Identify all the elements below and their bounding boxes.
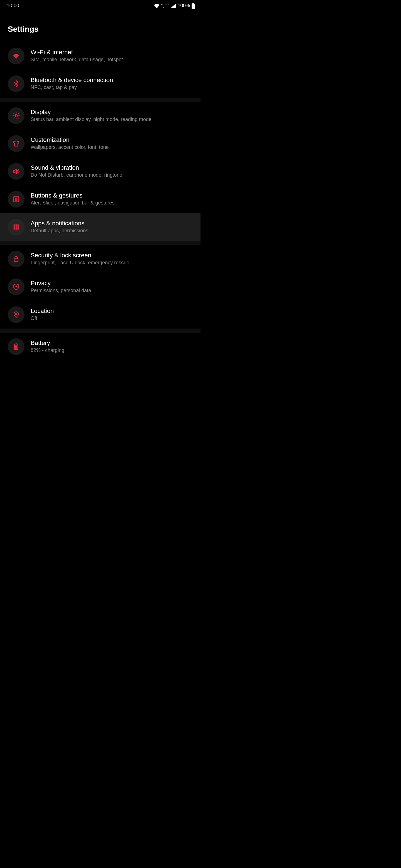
svg-rect-1 [193,3,194,4]
settings-item-subtitle: Wallpapers, accent color, font, tone [31,144,109,151]
settings-item-subtitle: 82% - charging [31,347,64,353]
battery-icon-item [8,338,25,355]
svg-rect-0 [192,4,195,9]
settings-item-title: Customization [31,136,109,144]
svg-rect-13 [13,224,15,226]
svg-rect-18 [18,226,19,228]
svg-rect-14 [16,224,17,226]
svg-rect-20 [16,228,17,230]
settings-item-title: Location [31,307,54,315]
group-divider [0,98,200,102]
settings-item-title: Wi-Fi & internet [31,49,123,56]
settings-item-subtitle: Do Not Disturb, earphone mode, ringtone [31,172,122,178]
settings-item-customization[interactable]: Customization Wallpapers, accent color, … [0,130,200,157]
network-type-label: LTE [165,3,169,6]
tshirt-icon [8,135,25,152]
settings-item-title: Bluetooth & device connection [31,76,113,84]
settings-item-privacy[interactable]: Privacy Permissions, personal data [0,273,200,301]
cell-signal-icon [170,3,176,8]
page-title: Settings [0,11,200,42]
svg-rect-27 [16,343,17,344]
speaker-icon [8,163,25,180]
settings-item-battery[interactable]: Battery 82% - charging [0,333,200,361]
settings-item-title: Security & lock screen [31,252,129,259]
wifi-signal-icon [154,3,160,8]
settings-item-subtitle: Alert Slider, navigation bar & gestures [31,200,114,206]
settings-item-title: Display [31,108,151,116]
settings-item-sound[interactable]: Sound & vibration Do Not Disturb, earpho… [0,157,200,185]
svg-rect-22 [14,259,18,262]
settings-item-apps[interactable]: Apps & notifications Default apps, permi… [0,213,200,241]
settings-item-title: Sound & vibration [31,164,122,172]
settings-list: Wi-Fi & internet SIM, mobile network, da… [0,42,200,361]
svg-rect-17 [16,226,17,228]
settings-item-subtitle: SIM, mobile network, data usage, hotspot [31,57,123,63]
svg-line-10 [18,113,19,114]
status-bar: 10:00 LTE 100% [0,0,200,11]
settings-item-subtitle: NFC, cast, tap & pay [31,84,113,91]
svg-line-7 [13,113,14,114]
settings-item-location[interactable]: Location Off [0,301,200,329]
button-b-icon: B [8,191,25,208]
bluetooth-icon [8,75,25,92]
status-time: 10:00 [7,3,19,9]
shield-icon [8,278,25,295]
settings-item-security[interactable]: Security & lock screen Fingerprint, Face… [0,245,200,273]
settings-item-title: Privacy [31,280,91,287]
settings-item-buttons[interactable]: B Buttons & gestures Alert Slider, navig… [0,185,200,213]
status-right: LTE 100% [154,3,195,9]
svg-rect-19 [13,228,15,230]
battery-icon [192,3,195,9]
data-arrows-icon [161,3,164,8]
wifi-icon [8,48,25,64]
group-divider [0,329,200,333]
svg-rect-15 [18,224,19,226]
settings-item-subtitle: Off [31,315,54,321]
settings-item-subtitle: Status bar, ambient display, night mode,… [31,116,151,123]
apps-grid-icon [8,219,25,235]
settings-item-wifi[interactable]: Wi-Fi & internet SIM, mobile network, da… [0,42,200,70]
settings-item-subtitle: Fingerprint, Face Unlock, emergency resc… [31,259,129,266]
settings-item-title: Buttons & gestures [31,192,114,199]
svg-line-8 [18,118,19,118]
svg-rect-21 [18,228,19,230]
battery-percentage: 100% [178,3,190,9]
settings-item-title: Apps & notifications [31,220,88,227]
svg-rect-16 [13,226,15,228]
settings-item-bluetooth[interactable]: Bluetooth & device connection NFC, cast,… [0,70,200,98]
svg-line-9 [13,118,14,118]
settings-item-title: Battery [31,339,64,347]
location-pin-icon [8,306,25,323]
svg-point-23 [16,286,17,287]
svg-text:B: B [15,197,17,202]
settings-item-subtitle: Permissions, personal data [31,287,91,294]
group-divider [0,241,200,245]
svg-rect-28 [15,345,17,349]
brightness-icon [8,107,25,124]
settings-item-display[interactable]: Display Status bar, ambient display, nig… [0,102,200,130]
settings-item-subtitle: Default apps, permissions [31,227,88,234]
lock-icon [8,251,25,267]
svg-point-25 [15,313,17,315]
